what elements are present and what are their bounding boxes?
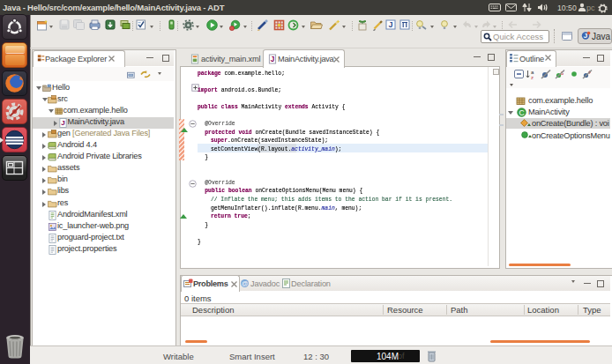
svg-text:@: @ <box>242 279 249 287</box>
svg-text:J: J <box>388 20 392 29</box>
svg-text:J: J <box>584 32 587 40</box>
svg-text:z: z <box>531 75 534 79</box>
svg-text:C: C <box>519 108 524 116</box>
svg-text:J: J <box>61 119 65 127</box>
svg-text:J: J <box>271 56 275 63</box>
